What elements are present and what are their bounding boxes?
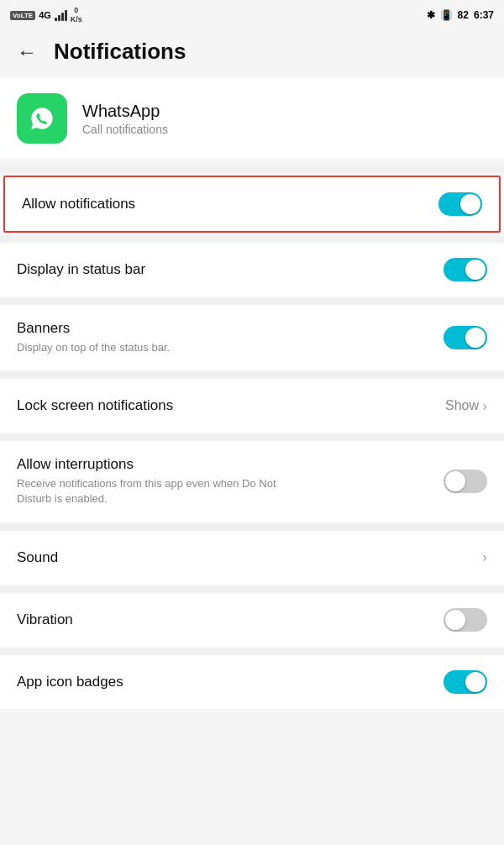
sound-row[interactable]: Sound › bbox=[0, 531, 504, 585]
toggle-track-vibration[interactable] bbox=[444, 608, 487, 632]
toggle-track-app-icon-badges[interactable] bbox=[444, 670, 487, 694]
app-icon-badges-section: App icon badges bbox=[0, 655, 504, 709]
vibration-label: Vibration bbox=[17, 611, 444, 628]
sound-label: Sound bbox=[17, 549, 482, 566]
banners-sublabel: Display on top of the status bar. bbox=[17, 340, 302, 355]
signal-4g: 4G bbox=[39, 10, 51, 20]
lock-screen-value: Show › bbox=[445, 397, 487, 415]
display-status-bar-label-group: Display in status bar bbox=[17, 261, 444, 278]
allow-notifications-row[interactable]: Allow notifications bbox=[3, 176, 501, 233]
signal-bar-4 bbox=[65, 10, 67, 21]
banners-row[interactable]: Banners Display on top of the status bar… bbox=[0, 305, 504, 370]
app-subtitle: Call notifications bbox=[82, 123, 168, 136]
header: ← Notifications bbox=[0, 30, 504, 78]
lock-screen-section: Lock screen notifications Show › bbox=[0, 379, 504, 433]
app-icon-badges-label: App icon badges bbox=[17, 674, 444, 690]
app-icon bbox=[17, 93, 67, 144]
divider-5 bbox=[0, 434, 504, 441]
banners-label-group: Banners Display on top of the status bar… bbox=[17, 320, 444, 355]
divider-8 bbox=[0, 648, 504, 655]
app-info-section: WhatsApp Call notifications bbox=[0, 78, 504, 159]
divider-2 bbox=[0, 236, 504, 243]
lock-screen-show-text: Show bbox=[445, 398, 479, 413]
sound-section: Sound › bbox=[0, 531, 504, 585]
toggle-thumb-banners bbox=[465, 328, 486, 348]
lock-screen-label-group: Lock screen notifications bbox=[17, 397, 445, 414]
app-name: WhatsApp bbox=[82, 102, 168, 121]
divider-7 bbox=[0, 586, 504, 593]
app-details: WhatsApp Call notifications bbox=[82, 102, 168, 136]
toggle-track-banners[interactable] bbox=[444, 326, 487, 349]
allow-interruptions-section: Allow interruptions Receive notification… bbox=[0, 441, 504, 522]
divider-3 bbox=[0, 298, 504, 305]
sound-label-group: Sound bbox=[17, 549, 482, 566]
signal-bar-2 bbox=[58, 15, 60, 21]
divider-1 bbox=[0, 165, 504, 172]
toggle-thumb-app-icon-badges bbox=[465, 672, 486, 692]
allow-interruptions-toggle[interactable] bbox=[444, 470, 487, 493]
display-status-bar-section: Display in status bar bbox=[0, 243, 504, 297]
allow-notifications-toggle[interactable] bbox=[438, 192, 482, 216]
allow-notifications-label-group: Allow notifications bbox=[22, 196, 438, 213]
status-bar: VoLTE 4G 0 K/s ✱ 📳 82 6:37 bbox=[0, 0, 504, 30]
back-button[interactable]: ← bbox=[17, 40, 37, 64]
toggle-thumb-vibration bbox=[445, 610, 465, 630]
clock: 6:37 bbox=[474, 9, 494, 21]
app-icon-badges-label-group: App icon badges bbox=[17, 674, 444, 690]
sound-chevron-icon: › bbox=[482, 548, 487, 566]
vibration-row[interactable]: Vibration bbox=[0, 593, 504, 647]
toggle-thumb-allow-interruptions bbox=[445, 471, 465, 491]
divider-6 bbox=[0, 524, 504, 531]
allow-interruptions-row[interactable]: Allow interruptions Receive notification… bbox=[0, 441, 504, 522]
vibration-section: Vibration bbox=[0, 593, 504, 647]
banners-label: Banners bbox=[17, 320, 444, 337]
status-right: ✱ 📳 82 6:37 bbox=[427, 9, 494, 21]
banners-toggle[interactable] bbox=[444, 326, 487, 349]
page-title: Notifications bbox=[54, 39, 186, 65]
whatsapp-logo bbox=[26, 102, 58, 134]
divider-4 bbox=[0, 372, 504, 379]
toggle-track-allow-notifications[interactable] bbox=[438, 192, 482, 216]
toggle-thumb-allow-notifications bbox=[460, 194, 480, 214]
display-status-bar-toggle[interactable] bbox=[444, 258, 487, 281]
data-speed: 0 K/s bbox=[71, 6, 82, 24]
allow-notifications-label: Allow notifications bbox=[22, 196, 438, 213]
bluetooth-icon: ✱ bbox=[427, 9, 435, 21]
phone-icon: 📳 bbox=[440, 9, 453, 21]
allow-interruptions-sublabel: Receive notifications from this app even… bbox=[17, 476, 302, 506]
signal-bars bbox=[55, 9, 67, 21]
signal-bar-3 bbox=[61, 13, 64, 21]
battery-percent: 82 bbox=[458, 9, 469, 21]
toggle-track-allow-interruptions[interactable] bbox=[444, 470, 487, 493]
toggle-track-display-status-bar[interactable] bbox=[444, 258, 487, 281]
lock-screen-chevron-icon: › bbox=[482, 397, 487, 415]
app-icon-badges-toggle[interactable] bbox=[444, 670, 487, 694]
signal-bar-1 bbox=[55, 18, 57, 21]
display-status-bar-row[interactable]: Display in status bar bbox=[0, 243, 504, 297]
lock-screen-row[interactable]: Lock screen notifications Show › bbox=[0, 379, 504, 433]
lock-screen-label: Lock screen notifications bbox=[17, 397, 445, 414]
vibration-toggle[interactable] bbox=[444, 608, 487, 632]
banners-section: Banners Display on top of the status bar… bbox=[0, 305, 504, 370]
toggle-thumb-display-status-bar bbox=[465, 260, 486, 280]
app-icon-badges-row[interactable]: App icon badges bbox=[0, 655, 504, 709]
display-status-bar-label: Display in status bar bbox=[17, 261, 444, 278]
allow-interruptions-label-group: Allow interruptions Receive notification… bbox=[17, 456, 444, 506]
volte-badge: VoLTE bbox=[10, 11, 35, 20]
allow-interruptions-label: Allow interruptions bbox=[17, 456, 444, 473]
allow-notifications-section: Allow notifications bbox=[0, 176, 504, 233]
status-left: VoLTE 4G 0 K/s bbox=[10, 6, 82, 24]
vibration-label-group: Vibration bbox=[17, 611, 444, 628]
